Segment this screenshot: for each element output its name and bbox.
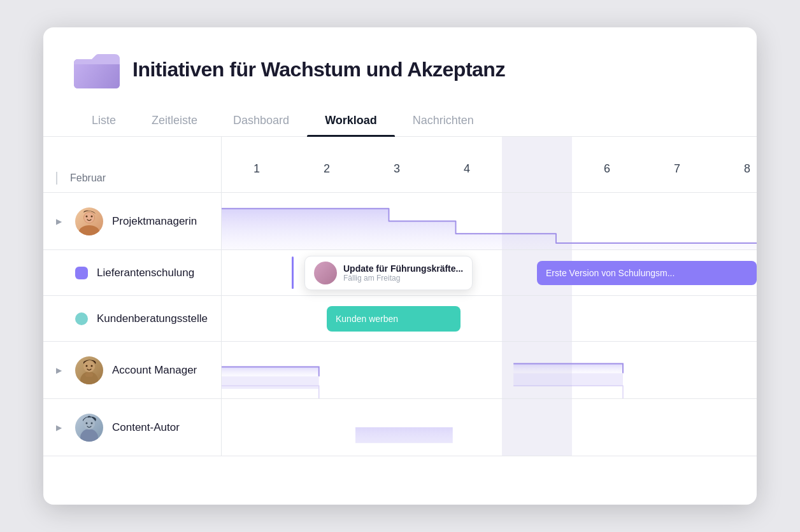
chart-row-am [222, 342, 757, 399]
project-folder-icon [74, 50, 120, 88]
label-ca: Content-Autor [112, 421, 180, 434]
color-dot-lieferant [75, 267, 88, 279]
avatar-ca [75, 414, 103, 442]
task-popup-title: Update für Führungskräfte... [343, 263, 463, 274]
svg-point-4 [84, 213, 94, 223]
row-label-ca: ▶ Content-Autor [43, 399, 221, 456]
task-bar-schulung[interactable]: Erste Version von Schulungsm... [537, 261, 757, 285]
date-col-6: 6 [572, 162, 642, 176]
date-col-3: 3 [362, 162, 432, 176]
tab-workload[interactable]: Workload [307, 106, 395, 136]
date-header: 1 2 3 4 5 6 7 8 [222, 137, 757, 193]
chart-row-pm [222, 193, 757, 250]
svg-point-14 [86, 422, 88, 424]
lieferant-left-marker [292, 256, 294, 289]
pm-workload-chart [222, 193, 757, 249]
project-title: Initiativen für Wachstum und Akzeptanz [132, 58, 505, 81]
tab-nachrichten[interactable]: Nachrichten [395, 106, 492, 136]
expand-am-icon[interactable]: ▶ [56, 366, 66, 375]
svg-rect-11 [85, 373, 93, 377]
svg-point-9 [86, 365, 88, 367]
avatar-pm [75, 207, 103, 235]
svg-point-10 [91, 365, 93, 367]
workload-view: Februar ▶ Projektmanag [43, 137, 757, 456]
label-header: Februar [43, 137, 221, 193]
chart-area: 1 2 3 4 5 6 7 8 [222, 137, 757, 456]
svg-point-13 [83, 418, 95, 430]
date-col-4: 4 [432, 162, 502, 176]
task-popup-text: Update für Führungskräfte... Fällig am F… [343, 263, 463, 283]
tab-zeitleiste[interactable]: Zeitleiste [134, 106, 215, 136]
chart-row-lieferant: Update für Führungskräfte... Fällig am F… [222, 250, 757, 296]
svg-point-15 [91, 422, 93, 424]
label-kundenberatung: Kundenberatungsstelle [97, 312, 208, 325]
svg-point-5 [86, 215, 88, 217]
project-header: Initiativen für Wachstum und Akzeptanz [43, 27, 757, 88]
task-popup-subtitle: Fällig am Freitag [343, 274, 463, 283]
svg-point-3 [79, 225, 99, 235]
svg-point-12 [80, 429, 98, 442]
month-divider [56, 172, 57, 185]
row-label-lieferant: ▶ Lieferantenschulung [43, 250, 221, 296]
svg-rect-16 [222, 376, 319, 389]
row-labels-panel: Februar ▶ Projektmanag [43, 137, 222, 456]
expand-ca-icon[interactable]: ▶ [56, 423, 66, 432]
label-pm: Projektmanagerin [112, 215, 197, 228]
chart-row-kundenberatung: Kunden werben [222, 296, 757, 342]
task-bar-kunden[interactable]: Kunden werben [327, 306, 461, 332]
label-am: Account Manager [112, 364, 197, 377]
row-label-am: ▶ Account Manager [43, 342, 221, 399]
label-lieferant: Lieferantenschulung [97, 267, 194, 279]
ca-workload-chart [222, 399, 757, 456]
svg-point-6 [91, 215, 93, 217]
task-popup-lieferant[interactable]: Update für Führungskräfte... Fällig am F… [304, 256, 473, 290]
row-label-pm: ▶ Projektmanagerin [43, 193, 221, 250]
row-label-kundenberatung: ▶ Kundenberatungsstelle [43, 296, 221, 342]
date-col-2: 2 [292, 162, 362, 176]
avatar-am [75, 356, 103, 384]
chart-row-ca [222, 399, 757, 456]
expand-pm-icon[interactable]: ▶ [56, 217, 66, 226]
tab-liste[interactable]: Liste [74, 106, 134, 136]
main-window: Initiativen für Wachstum und Akzeptanz L… [43, 27, 757, 505]
tab-bar: Liste Zeitleiste Dashboard Workload Nach… [43, 106, 757, 137]
date-col-1: 1 [222, 162, 292, 176]
svg-point-8 [83, 361, 95, 372]
month-label: Februar [70, 172, 106, 184]
avatar-task-lieferant [314, 262, 337, 284]
color-dot-kundenberatung [75, 312, 88, 325]
tab-dashboard[interactable]: Dashboard [215, 106, 307, 136]
am-workload-chart [222, 342, 757, 398]
svg-rect-17 [513, 373, 623, 386]
date-col-8: 8 [712, 162, 757, 176]
date-col-7: 7 [642, 162, 712, 176]
